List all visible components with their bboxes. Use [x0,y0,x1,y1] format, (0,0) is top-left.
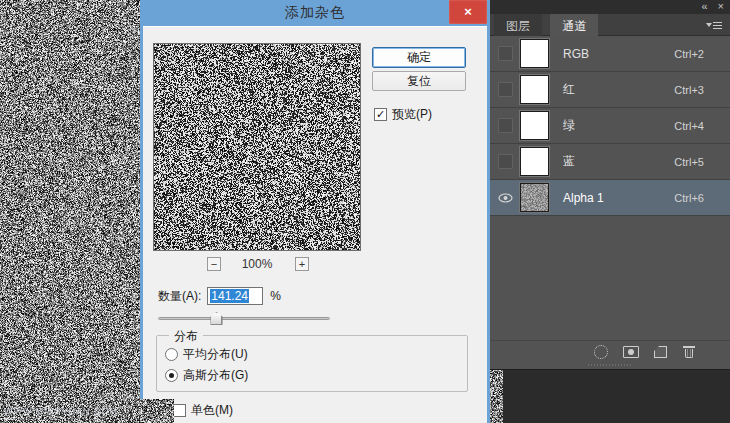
monochromatic-row[interactable]: . 单色(M) [173,402,233,419]
radio-uniform-circle[interactable] [165,348,178,361]
radio-uniform-label: 平均分布(U) [183,346,248,363]
panel-menu-icon[interactable] [706,21,722,30]
amount-slider[interactable] [158,310,330,326]
radio-gaussian-label: 高斯分布(G) [183,367,248,384]
save-selection-icon[interactable] [623,346,639,358]
ok-button[interactable]: 确定 [372,47,466,68]
panel-resize-strip[interactable] [490,362,730,369]
channel-row-rgb[interactable]: RGB Ctrl+2 [490,36,730,72]
radio-gaussian[interactable]: 高斯分布(G) [165,367,248,384]
panel-tab-strip: 图层 通道 [490,14,730,36]
photoshop-workspace: 添加杂色 × − 100% + 确定 复位 ✓ 预览(P) 数量(A): 141… [0,0,730,423]
panel-action-bar [490,340,730,362]
channel-name: RGB [563,47,589,61]
resize-grip[interactable] [588,364,632,366]
preview-checkbox[interactable]: ✓ [374,108,387,121]
amount-value: 141.24 [210,289,249,303]
channel-thumbnail[interactable] [520,75,549,104]
distribution-group: 分布 平均分布(U) 高斯分布(G) [156,335,468,392]
channel-list-empty-area [490,216,730,340]
channel-shortcut: Ctrl+3 [674,84,704,96]
channel-shortcut: Ctrl+4 [674,120,704,132]
channel-row-green[interactable]: 绿 Ctrl+4 [490,108,730,144]
panel-titlebar: « × [490,0,730,14]
channel-thumbnail[interactable] [520,39,549,68]
reset-button[interactable]: 复位 [372,71,466,91]
channel-name: 红 [563,81,575,98]
channels-panel: « × 图层 通道 RGB Ctrl+2 红 Ctrl+3 [490,0,730,370]
channel-row-alpha1[interactable]: Alpha 1 Ctrl+6 [490,180,730,216]
monochromatic-label: 单色(M) [191,402,233,419]
preview-checkbox-label: 预览(P) [392,106,432,123]
close-icon[interactable]: × [449,0,487,24]
zoom-in-button[interactable]: + [295,257,309,271]
channel-thumbnail[interactable] [520,183,549,212]
dialog-body: − 100% + 确定 复位 ✓ 预览(P) 数量(A): 141.24 % [143,26,487,423]
tab-channels[interactable]: 通道 [550,14,598,36]
channel-thumbnail[interactable] [520,111,549,140]
channel-name: 蓝 [563,153,575,170]
preview-checkbox-row[interactable]: ✓ 预览(P) [374,106,432,123]
channel-shortcut: Ctrl+2 [674,48,704,60]
slider-thumb[interactable] [210,312,222,325]
slider-track[interactable] [158,317,330,320]
channel-shortcut: Ctrl+5 [674,156,704,168]
tab-layers[interactable]: 图层 [494,14,542,36]
load-selection-icon[interactable] [594,345,608,359]
channel-thumbnail[interactable] [520,147,549,176]
preview-zoom-controls: − 100% + [153,256,361,272]
visibility-toggle[interactable] [498,82,513,97]
channel-shortcut: Ctrl+6 [674,192,704,204]
watermark-text: WWW.MISSYUAN.COM [4,406,118,416]
alpha-thumbnail-noise [521,184,549,212]
noise-preview[interactable] [153,43,361,251]
channel-row-blue[interactable]: 蓝 Ctrl+5 [490,144,730,180]
visibility-toggle[interactable] [498,118,513,133]
zoom-level: 100% [153,257,361,271]
close-panel-icon[interactable]: × [718,0,724,13]
channel-row-red[interactable]: 红 Ctrl+3 [490,72,730,108]
channel-name: 绿 [563,117,575,134]
delete-channel-icon[interactable] [682,345,696,359]
eye-icon[interactable] [498,193,513,203]
channel-list: RGB Ctrl+2 红 Ctrl+3 绿 Ctrl+4 蓝 Ctrl+5 [490,36,730,216]
dialog-title: 添加杂色 [143,4,487,22]
noise-preview-image [154,44,360,250]
amount-row: 数量(A): 141.24 % [158,287,281,305]
collapse-panel-icon[interactable]: « [701,0,707,13]
channel-name: Alpha 1 [563,191,604,205]
visibility-toggle[interactable] [498,154,513,169]
monochromatic-checkbox[interactable]: . [173,404,186,417]
distribution-legend: 分布 [169,328,203,345]
amount-label: 数量(A): [158,288,201,305]
radio-uniform[interactable]: 平均分布(U) [165,346,248,363]
amount-unit: % [270,289,281,303]
new-channel-icon[interactable] [654,346,667,358]
add-noise-dialog: 添加杂色 × − 100% + 确定 复位 ✓ 预览(P) 数量(A): 141… [140,0,490,423]
site-watermark: WWW.MISSYUAN.COM [0,399,174,423]
radio-gaussian-circle[interactable] [165,369,178,382]
dialog-titlebar[interactable]: 添加杂色 × [143,0,487,26]
amount-input[interactable]: 141.24 [207,287,263,305]
visibility-toggle[interactable] [498,46,513,61]
